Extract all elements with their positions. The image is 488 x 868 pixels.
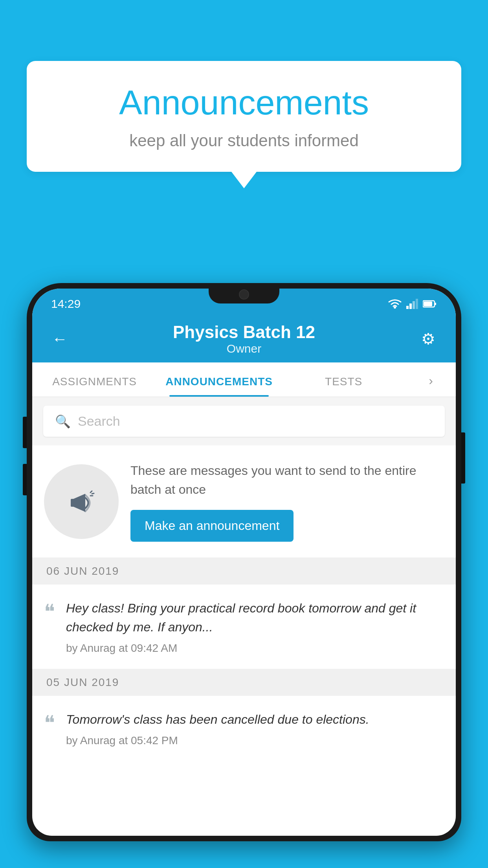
phone-volume-up-button [23, 417, 27, 448]
speech-bubble-section: Announcements keep all your students inf… [27, 61, 461, 188]
phone-mockup: 14:29 [27, 283, 461, 868]
quote-icon-1: ❝ [44, 602, 55, 622]
bubble-title: Announcements [50, 83, 438, 123]
search-container: 🔍 Search [32, 397, 456, 445]
header-center: Physics Batch 12 Owner [72, 322, 416, 355]
phone-outer: 14:29 [27, 283, 461, 841]
wifi-icon [388, 299, 402, 309]
svg-point-0 [394, 306, 396, 309]
make-announcement-button[interactable]: Make an announcement [130, 510, 294, 542]
tab-assignments[interactable]: ASSIGNMENTS [32, 375, 157, 397]
tab-more[interactable]: › [406, 373, 456, 397]
phone-power-button [461, 432, 465, 484]
search-bar[interactable]: 🔍 Search [43, 406, 445, 437]
battery-icon [423, 300, 437, 308]
svg-rect-1 [406, 306, 409, 309]
status-time: 14:29 [51, 297, 81, 311]
svg-rect-4 [416, 299, 418, 309]
speech-bubble: Announcements keep all your students inf… [27, 61, 461, 172]
quote-icon-2: ❝ [44, 713, 55, 734]
svg-rect-8 [71, 499, 75, 507]
svg-rect-7 [424, 302, 432, 306]
speech-bubble-tail [231, 172, 257, 188]
search-icon: 🔍 [55, 414, 71, 429]
status-icons [388, 299, 437, 309]
announcement-content-2: Tomorrow's class has been cancelled due … [66, 710, 444, 747]
phone-camera [239, 289, 249, 300]
promo-content: These are messages you want to send to t… [130, 461, 444, 542]
tab-bar: ASSIGNMENTS ANNOUNCEMENTS TESTS › [32, 362, 456, 397]
announcement-item-1[interactable]: ❝ Hey class! Bring your practical record… [32, 585, 456, 669]
phone-notch [209, 283, 279, 303]
svg-line-10 [92, 493, 94, 494]
announcement-content-1: Hey class! Bring your practical record b… [66, 599, 444, 655]
svg-line-9 [90, 491, 92, 493]
settings-icon[interactable]: ⚙ [416, 330, 440, 348]
signal-icon [406, 299, 418, 309]
svg-rect-2 [409, 303, 412, 309]
promo-section: These are messages you want to send to t… [32, 445, 456, 558]
date-separator-1: 06 JUN 2019 [32, 558, 456, 585]
header-subtitle: Owner [72, 342, 416, 355]
svg-rect-6 [435, 303, 436, 305]
date-separator-2: 05 JUN 2019 [32, 669, 456, 696]
header-title: Physics Batch 12 [72, 322, 416, 342]
phone-screen: 14:29 [32, 289, 456, 836]
back-button[interactable]: ← [48, 330, 72, 348]
bubble-subtitle: keep all your students informed [50, 131, 438, 150]
announcement-text-1: Hey class! Bring your practical record b… [66, 599, 444, 636]
announcement-meta-2: by Anurag at 05:42 PM [66, 734, 444, 747]
tab-tests[interactable]: TESTS [281, 375, 406, 397]
app-header: ← Physics Batch 12 Owner ⚙ [32, 315, 456, 362]
megaphone-icon [64, 484, 99, 519]
announcement-item-2[interactable]: ❝ Tomorrow's class has been cancelled du… [32, 696, 456, 761]
announcement-icon-circle [44, 464, 119, 539]
svg-rect-3 [413, 301, 415, 309]
search-input[interactable]: Search [78, 414, 120, 429]
announcement-text-2: Tomorrow's class has been cancelled due … [66, 710, 444, 729]
promo-description: These are messages you want to send to t… [130, 461, 444, 499]
phone-volume-down-button [23, 464, 27, 495]
announcement-meta-1: by Anurag at 09:42 AM [66, 642, 444, 655]
tab-announcements[interactable]: ANNOUNCEMENTS [157, 375, 281, 397]
